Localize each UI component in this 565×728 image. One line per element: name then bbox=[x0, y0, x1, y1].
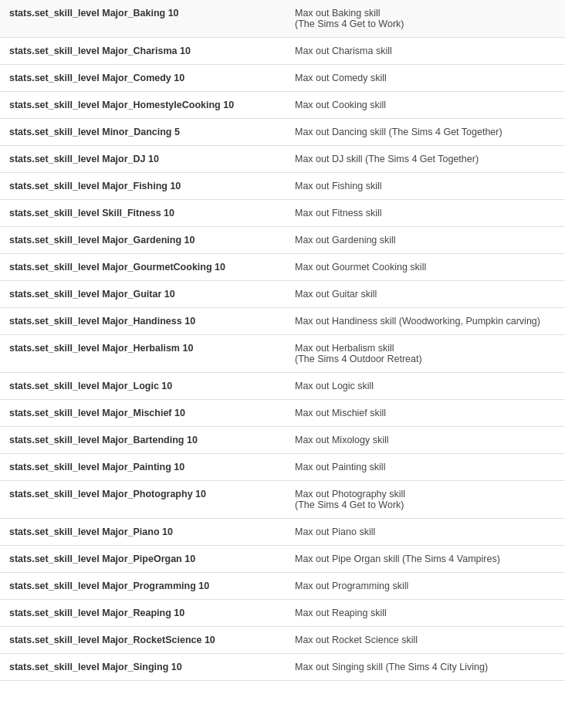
command-cell: stats.set_skill_level Major_Programming … bbox=[0, 573, 286, 600]
table-row: stats.set_skill_level Major_Programming … bbox=[0, 573, 565, 600]
table-row: stats.set_skill_level Skill_Fitness 10Ma… bbox=[0, 200, 565, 227]
table-row: stats.set_skill_level Major_DJ 10Max out… bbox=[0, 146, 565, 173]
table-row: stats.set_skill_level Major_Piano 10Max … bbox=[0, 519, 565, 546]
command-cell: stats.set_skill_level Skill_Fitness 10 bbox=[0, 200, 286, 227]
table-row: stats.set_skill_level Major_HomestyleCoo… bbox=[0, 92, 565, 119]
command-cell: stats.set_skill_level Major_Herbalism 10 bbox=[0, 335, 286, 373]
description-cell: Max out Fitness skill bbox=[286, 200, 565, 227]
table-row: stats.set_skill_level Major_RocketScienc… bbox=[0, 627, 565, 654]
command-cell: stats.set_skill_level Major_Baking 10 bbox=[0, 0, 286, 38]
command-cell: stats.set_skill_level Major_Gardening 10 bbox=[0, 227, 286, 254]
table-row: stats.set_skill_level Major_Comedy 10Max… bbox=[0, 65, 565, 92]
description-cell: Max out Reaping skill bbox=[286, 600, 565, 627]
description-cell: Max out Mischief skill bbox=[286, 400, 565, 427]
table-row: stats.set_skill_level Major_GourmetCooki… bbox=[0, 254, 565, 281]
description-cell: Max out Rocket Science skill bbox=[286, 627, 565, 654]
command-cell: stats.set_skill_level Major_Piano 10 bbox=[0, 519, 286, 546]
command-cell: stats.set_skill_level Major_Photography … bbox=[0, 481, 286, 519]
description-cell: Max out DJ skill (The Sims 4 Get Togethe… bbox=[286, 146, 565, 173]
command-cell: stats.set_skill_level Major_Comedy 10 bbox=[0, 65, 286, 92]
table-row: stats.set_skill_level Major_Gardening 10… bbox=[0, 227, 565, 254]
table-row: stats.set_skill_level Major_Charisma 10M… bbox=[0, 38, 565, 65]
table-row: stats.set_skill_level Major_Guitar 10Max… bbox=[0, 281, 565, 308]
description-cell: Max out Charisma skill bbox=[286, 38, 565, 65]
table-row: stats.set_skill_level Major_Reaping 10Ma… bbox=[0, 600, 565, 627]
command-cell: stats.set_skill_level Major_GourmetCooki… bbox=[0, 254, 286, 281]
table-row: stats.set_skill_level Minor_Dancing 5Max… bbox=[0, 119, 565, 146]
command-cell: stats.set_skill_level Major_RocketScienc… bbox=[0, 627, 286, 654]
table-row: stats.set_skill_level Major_Baking 10Max… bbox=[0, 0, 565, 38]
description-cell: Max out Gourmet Cooking skill bbox=[286, 254, 565, 281]
command-cell: stats.set_skill_level Major_Handiness 10 bbox=[0, 308, 286, 335]
description-cell: Max out Piano skill bbox=[286, 519, 565, 546]
skills-table: stats.set_skill_level Major_Baking 10Max… bbox=[0, 0, 565, 681]
table-row: stats.set_skill_level Major_Herbalism 10… bbox=[0, 335, 565, 373]
table-row: stats.set_skill_level Major_Painting 10M… bbox=[0, 454, 565, 481]
command-cell: stats.set_skill_level Major_PipeOrgan 10 bbox=[0, 546, 286, 573]
command-cell: stats.set_skill_level Major_DJ 10 bbox=[0, 146, 286, 173]
command-cell: stats.set_skill_level Major_Bartending 1… bbox=[0, 427, 286, 454]
description-cell: Max out Programming skill bbox=[286, 573, 565, 600]
description-cell: Max out Herbalism skill(The Sims 4 Outdo… bbox=[286, 335, 565, 373]
command-cell: stats.set_skill_level Major_Guitar 10 bbox=[0, 281, 286, 308]
description-cell: Max out Pipe Organ skill (The Sims 4 Vam… bbox=[286, 546, 565, 573]
description-cell: Max out Singing skill (The Sims 4 City L… bbox=[286, 654, 565, 681]
description-cell: Max out Logic skill bbox=[286, 373, 565, 400]
table-row: stats.set_skill_level Major_Singing 10Ma… bbox=[0, 654, 565, 681]
command-cell: stats.set_skill_level Major_Fishing 10 bbox=[0, 173, 286, 200]
description-cell: Max out Comedy skill bbox=[286, 65, 565, 92]
table-row: stats.set_skill_level Major_Photography … bbox=[0, 481, 565, 519]
description-cell: Max out Cooking skill bbox=[286, 92, 565, 119]
command-cell: stats.set_skill_level Major_HomestyleCoo… bbox=[0, 92, 286, 119]
table-row: stats.set_skill_level Major_Logic 10Max … bbox=[0, 373, 565, 400]
description-cell: Max out Painting skill bbox=[286, 454, 565, 481]
description-cell: Max out Handiness skill (Woodworking, Pu… bbox=[286, 308, 565, 335]
command-cell: stats.set_skill_level Major_Singing 10 bbox=[0, 654, 286, 681]
command-cell: stats.set_skill_level Major_Charisma 10 bbox=[0, 38, 286, 65]
command-cell: stats.set_skill_level Minor_Dancing 5 bbox=[0, 119, 286, 146]
table-row: stats.set_skill_level Major_Fishing 10Ma… bbox=[0, 173, 565, 200]
command-cell: stats.set_skill_level Major_Reaping 10 bbox=[0, 600, 286, 627]
command-cell: stats.set_skill_level Major_Mischief 10 bbox=[0, 400, 286, 427]
description-cell: Max out Gardening skill bbox=[286, 227, 565, 254]
description-cell: Max out Fishing skill bbox=[286, 173, 565, 200]
table-row: stats.set_skill_level Major_Handiness 10… bbox=[0, 308, 565, 335]
command-cell: stats.set_skill_level Major_Painting 10 bbox=[0, 454, 286, 481]
table-row: stats.set_skill_level Major_Mischief 10M… bbox=[0, 400, 565, 427]
description-cell: Max out Baking skill(The Sims 4 Get to W… bbox=[286, 0, 565, 38]
description-cell: Max out Guitar skill bbox=[286, 281, 565, 308]
description-cell: Max out Photography skill(The Sims 4 Get… bbox=[286, 481, 565, 519]
command-cell: stats.set_skill_level Major_Logic 10 bbox=[0, 373, 286, 400]
description-cell: Max out Dancing skill (The Sims 4 Get To… bbox=[286, 119, 565, 146]
table-row: stats.set_skill_level Major_PipeOrgan 10… bbox=[0, 546, 565, 573]
table-row: stats.set_skill_level Major_Bartending 1… bbox=[0, 427, 565, 454]
description-cell: Max out Mixology skill bbox=[286, 427, 565, 454]
